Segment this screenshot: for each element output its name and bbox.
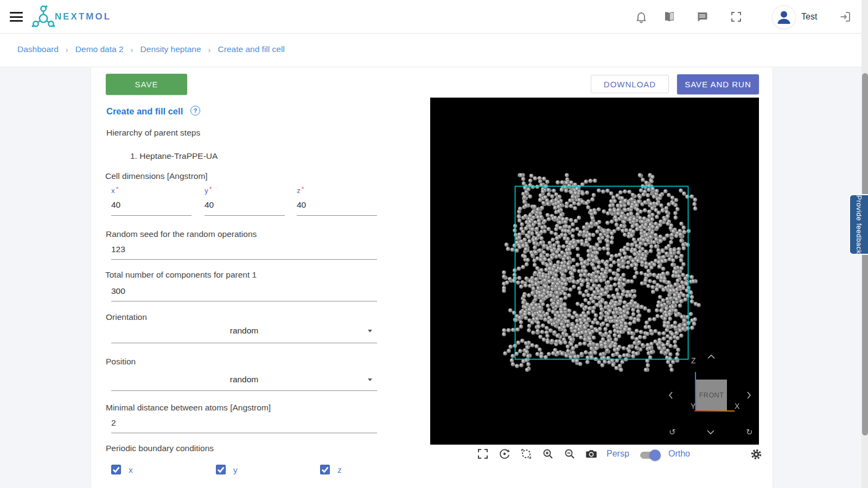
check-icon bbox=[321, 465, 329, 474]
page-title: Create and fill cell bbox=[106, 106, 183, 117]
chevron-down-icon[interactable] bbox=[368, 330, 372, 332]
rotate-right-chevron-icon[interactable] bbox=[746, 390, 752, 400]
breadcrumb-separator-icon: › bbox=[208, 45, 211, 54]
pbc-x-checkbox[interactable] bbox=[111, 465, 121, 474]
rotate-up-chevron-icon[interactable] bbox=[706, 354, 716, 359]
random-seed-input[interactable]: 123 bbox=[111, 245, 125, 254]
breadcrumb-create-and-fill-cell[interactable]: Create and fill cell bbox=[218, 44, 285, 54]
min-distance-label: Minimal distance between atoms [Angstrom… bbox=[106, 403, 271, 413]
menu-icon[interactable] bbox=[10, 12, 23, 22]
random-seed-underline bbox=[111, 259, 377, 260]
save-and-run-button[interactable]: SAVE AND RUN bbox=[677, 74, 759, 94]
logout-icon[interactable] bbox=[839, 10, 852, 23]
app-screen: NEXTMOL Test bbox=[0, 0, 868, 488]
toggle-thumb[interactable] bbox=[649, 450, 661, 461]
total-components-input[interactable]: 300 bbox=[111, 286, 125, 296]
total-components-underline bbox=[111, 301, 377, 301]
brand-name: NEXTMOL bbox=[55, 11, 111, 22]
breadcrumb-separator-icon: › bbox=[66, 45, 68, 54]
chat-icon[interactable] bbox=[695, 10, 709, 23]
orientation-label: Orientation bbox=[106, 312, 147, 322]
cell-x-underline bbox=[111, 215, 192, 216]
position-underline bbox=[111, 390, 377, 391]
cell-z-input[interactable]: 40 bbox=[297, 200, 306, 210]
orientation-underline bbox=[111, 343, 377, 343]
provide-feedback-label: Provide feedback bbox=[855, 195, 863, 254]
total-components-label: Total number of components for parent 1 bbox=[105, 270, 257, 280]
zoom-in-icon[interactable] bbox=[542, 448, 554, 460]
orthographic-toggle-label[interactable]: Ortho bbox=[668, 449, 690, 459]
required-asterisk: * bbox=[302, 185, 304, 193]
rotate-cw-icon[interactable]: ↻ bbox=[746, 427, 753, 437]
viewer-toolbar bbox=[477, 448, 597, 460]
front-face-label: FRONT bbox=[699, 391, 724, 399]
axis-x-label: X bbox=[735, 402, 739, 410]
x-axis-line bbox=[694, 410, 735, 412]
rotate-left-chevron-icon[interactable] bbox=[668, 390, 674, 400]
pbc-label: Periodic boundary conditions bbox=[106, 444, 214, 453]
reset-rotation-icon[interactable] bbox=[499, 448, 510, 460]
breadcrumb-demo-data-2[interactable]: Demo data 2 bbox=[75, 44, 124, 54]
fit-view-icon[interactable] bbox=[520, 448, 532, 460]
cell-x-label: x* bbox=[111, 185, 118, 195]
brand-logo-icon bbox=[31, 4, 55, 29]
pbc-y-label: y bbox=[233, 465, 238, 475]
top-navbar: NEXTMOL Test bbox=[0, 0, 868, 34]
fullscreen-icon[interactable] bbox=[730, 10, 743, 23]
breadcrumb: Dashboard › Demo data 2 › Density heptan… bbox=[0, 34, 868, 67]
download-button[interactable]: DOWNLOAD bbox=[591, 75, 669, 93]
breadcrumb-density-heptane[interactable]: Density heptane bbox=[141, 44, 201, 54]
user-name: Test bbox=[801, 12, 817, 22]
content-card: SAVE DOWNLOAD SAVE AND RUN Create and fi… bbox=[91, 67, 773, 488]
molecule-viewer[interactable]: Z FRONT Y X ↺ ↻ bbox=[430, 98, 759, 445]
required-asterisk: * bbox=[116, 185, 119, 193]
rotate-down-chevron-icon[interactable] bbox=[706, 429, 716, 435]
cell-y-underline bbox=[205, 215, 285, 216]
cell-y-input[interactable]: 40 bbox=[205, 200, 214, 210]
min-distance-underline bbox=[111, 433, 377, 433]
breadcrumb-dashboard[interactable]: Dashboard bbox=[17, 44, 59, 54]
cell-x-input[interactable]: 40 bbox=[111, 200, 120, 210]
person-icon bbox=[773, 6, 795, 29]
random-seed-label: Random seed for the random operations bbox=[106, 229, 257, 239]
nav-cube-front-face[interactable]: FRONT bbox=[696, 380, 727, 410]
screenshot-camera-icon[interactable] bbox=[585, 448, 597, 460]
projection-toggle[interactable] bbox=[640, 452, 660, 459]
user-avatar[interactable] bbox=[772, 5, 796, 29]
zoom-out-icon[interactable] bbox=[564, 448, 576, 460]
viewer-settings-gear-icon[interactable] bbox=[750, 448, 763, 461]
cell-dimensions-label: Cell dimensions [Angstrom] bbox=[105, 171, 208, 181]
chevron-down-icon[interactable] bbox=[368, 378, 372, 381]
help-icon[interactable]: ? bbox=[190, 106, 200, 115]
perspective-toggle-label[interactable]: Persp bbox=[607, 449, 629, 459]
position-label: Position bbox=[106, 357, 136, 367]
pbc-z-checkbox[interactable] bbox=[320, 465, 330, 474]
hierarchy-item: 1. Heptane-TraPPE-UA bbox=[130, 151, 218, 161]
min-distance-input[interactable]: 2 bbox=[111, 418, 116, 428]
orientation-select[interactable]: random bbox=[111, 326, 377, 336]
check-icon bbox=[112, 465, 120, 474]
check-icon bbox=[216, 465, 225, 474]
documentation-icon[interactable] bbox=[663, 10, 676, 23]
hierarchy-label: Hierarchy of parent steps bbox=[106, 128, 200, 138]
position-select[interactable]: random bbox=[111, 375, 377, 384]
cell-y-label: y* bbox=[205, 185, 212, 195]
rotate-ccw-icon[interactable]: ↺ bbox=[669, 427, 676, 437]
axis-z-label: Z bbox=[691, 356, 696, 365]
save-button[interactable]: SAVE bbox=[106, 74, 187, 95]
axis-y-label: Y bbox=[691, 402, 695, 410]
notifications-icon[interactable] bbox=[635, 10, 648, 23]
breadcrumb-separator-icon: › bbox=[131, 45, 133, 54]
required-asterisk: * bbox=[209, 185, 212, 193]
pbc-y-checkbox[interactable] bbox=[216, 465, 226, 474]
cell-z-label: z* bbox=[297, 185, 304, 195]
pbc-z-label: z bbox=[337, 465, 342, 475]
viewer-fullscreen-icon[interactable] bbox=[477, 448, 489, 460]
provide-feedback-tab[interactable]: Provide feedback bbox=[849, 194, 868, 255]
cell-z-underline bbox=[297, 215, 377, 216]
pbc-x-label: x bbox=[129, 465, 133, 475]
